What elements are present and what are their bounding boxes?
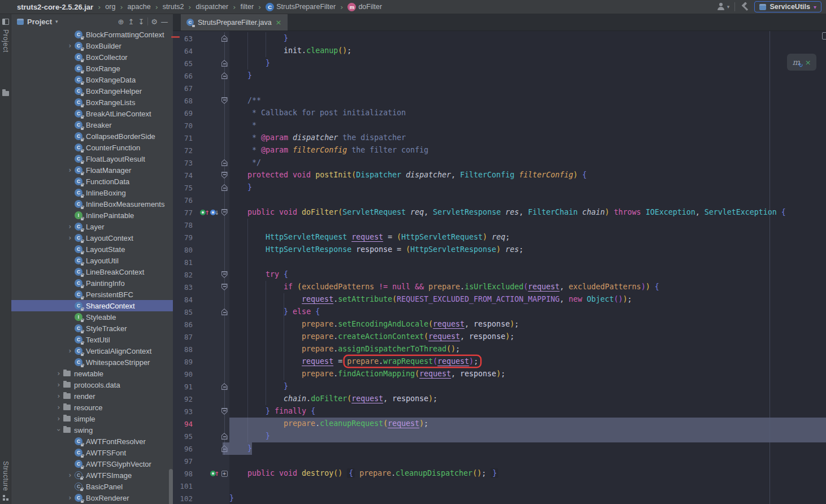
line-number[interactable]: 79	[173, 233, 197, 242]
tree-item-layoutcontext[interactable]: ›CLayoutContext	[11, 232, 173, 244]
code-content[interactable]	[229, 194, 826, 206]
tree-item-inlinepaintable[interactable]: IInlinePaintable	[11, 210, 173, 221]
chevron-right-icon[interactable]: ›	[66, 234, 75, 242]
notification-icon[interactable]	[822, 32, 826, 40]
line-number[interactable]: 68	[173, 97, 197, 105]
tree-item-layoututil[interactable]: CLayoutUtil	[11, 255, 173, 266]
line-number[interactable]: 73	[173, 159, 197, 167]
tree-item-awtfsfont[interactable]: CAWTFSFont	[11, 447, 173, 458]
fold-marker-icon[interactable]	[221, 271, 228, 278]
line-number[interactable]: 90	[173, 370, 197, 379]
code-line-81[interactable]: 81	[173, 256, 826, 268]
tree-item-linebreakcontext[interactable]: CLineBreakContext	[11, 266, 173, 277]
code-line-96[interactable]: 96 }	[173, 442, 826, 455]
close-icon[interactable]: ×	[805, 58, 811, 67]
line-number[interactable]: 88	[173, 345, 197, 354]
code-line-78[interactable]: 78	[173, 219, 826, 231]
line-number[interactable]: 86	[173, 320, 197, 329]
line-number[interactable]: 80	[173, 246, 197, 254]
chevron-right-icon[interactable]: ›	[54, 392, 63, 400]
tree-item-breakatlinecontext[interactable]: CBreakAtLineContext	[11, 108, 173, 119]
line-number[interactable]: 91	[173, 383, 197, 391]
code-content[interactable]: * Callback for post initialization	[229, 107, 826, 119]
tree-item-awtfsglyphvector[interactable]: CAWTFSGlyphVector	[11, 458, 173, 470]
code-line-75[interactable]: 75 }	[173, 181, 826, 194]
line-number[interactable]: 89	[173, 358, 197, 366]
tree-item-newtable[interactable]: ›newtable	[11, 368, 173, 379]
code-line-64[interactable]: 64 init.cleanup();	[173, 45, 826, 57]
fold-marker-icon[interactable]	[221, 284, 228, 290]
project-tool-icon[interactable]	[2, 19, 9, 25]
tree-item-styletracker[interactable]: CStyleTracker	[11, 323, 173, 334]
tree-item-boxrangehelper[interactable]: CBoxRangeHelper	[11, 85, 173, 97]
chevron-down-icon[interactable]: ›	[55, 425, 63, 435]
code-content[interactable]: chain.doFilter(request, response);	[229, 393, 826, 405]
code-line-69[interactable]: 69 * Callback for post initialization	[173, 107, 826, 119]
fold-marker-icon[interactable]	[221, 172, 228, 179]
breadcrumb-item-dispatcher[interactable]: dispatcher	[196, 3, 229, 11]
code-line-82[interactable]: 82 try {	[173, 268, 826, 281]
tree-item-floatmanager[interactable]: ›CFloatManager	[11, 164, 173, 176]
code-line-67[interactable]: 67	[173, 82, 826, 94]
code-line-97[interactable]: 97	[173, 455, 826, 467]
chevron-right-icon[interactable]: ›	[54, 415, 63, 423]
code-content[interactable]	[229, 219, 826, 231]
line-number[interactable]: 70	[173, 121, 197, 130]
code-content[interactable]: public void doFilter(ServletRequest req,…	[229, 206, 826, 219]
tab-strutspreparefilter[interactable]: C StrutsPrepareFilter.java ×	[181, 14, 288, 31]
code-line-73[interactable]: 73 */	[173, 157, 826, 169]
chevron-right-icon[interactable]: ›	[66, 347, 75, 355]
code-content[interactable]: public void destroy() { prepare.cleanupD…	[229, 467, 826, 480]
code-content[interactable]: } else {	[229, 306, 826, 318]
tree-item-resource[interactable]: ›resource	[11, 402, 173, 413]
code-line-89[interactable]: 89 request = prepare.wrapRequest(request…	[173, 355, 826, 368]
code-line-85[interactable]: 85 } else {	[173, 306, 826, 318]
line-number[interactable]: 81	[173, 258, 197, 267]
code-line-101[interactable]: 101	[173, 480, 826, 492]
tree-item-styleable[interactable]: IStyleable	[11, 311, 173, 323]
code-content[interactable]: protected void postInit(Dispatcher dispa…	[229, 169, 826, 181]
editor-hint-widget[interactable]: m↻ ×	[787, 54, 816, 71]
overridden-method-icon[interactable]: ↓	[210, 210, 219, 216]
build-button[interactable]	[740, 2, 749, 11]
tree-item-inlineboxing[interactable]: CInlineBoxing	[11, 187, 173, 198]
tree-item-verticalaligncontext[interactable]: ›CVerticalAlignContext	[11, 345, 173, 357]
code-content[interactable]: }	[229, 492, 826, 504]
tree-item-boxbuilder[interactable]: ›CBoxBuilder	[11, 40, 173, 51]
line-number[interactable]: 63	[173, 34, 197, 43]
tree-scrollbar[interactable]	[169, 469, 173, 504]
tree-item-paintinginfo[interactable]: CPaintingInfo	[11, 277, 173, 289]
overrides-method-icon[interactable]: ↑	[200, 210, 209, 216]
code-line-86[interactable]: 86 prepare.setEncodingAndLocale(request,…	[173, 318, 826, 331]
tree-item-floatlayoutresult[interactable]: CFloatLayoutResult	[11, 153, 173, 164]
line-number[interactable]: 92	[173, 395, 197, 403]
code-content[interactable]	[229, 82, 826, 94]
code-line-98[interactable]: 98↑+ public void destroy() { prepare.cle…	[173, 467, 826, 480]
tree-item-protocols-data[interactable]: ›protocols.data	[11, 379, 173, 390]
line-number[interactable]: 96	[173, 445, 197, 453]
code-line-88[interactable]: 88 prepare.assignDispatcherToThread();	[173, 343, 826, 355]
run-configuration-select[interactable]: ServiceUtils ▾	[754, 1, 821, 12]
expand-fold-icon[interactable]: +	[221, 471, 228, 477]
code-content[interactable]: }	[229, 32, 826, 45]
folder-icon[interactable]	[2, 91, 9, 96]
chevron-right-icon[interactable]: ›	[66, 42, 75, 50]
breadcrumb-item-apache[interactable]: apache	[128, 3, 151, 11]
code-line-66[interactable]: 66 }	[173, 69, 826, 82]
fold-marker-icon[interactable]	[221, 309, 228, 315]
code-line-65[interactable]: 65 }	[173, 57, 826, 69]
code-content[interactable]: }	[229, 57, 826, 69]
line-number[interactable]: 98	[173, 470, 197, 478]
chevron-right-icon[interactable]: ›	[54, 403, 63, 411]
tree-item-collapsedborderside[interactable]: CCollapsedBorderSide	[11, 131, 173, 142]
tree-item-counterfunction[interactable]: CCounterFunction	[11, 142, 173, 153]
line-number[interactable]: 64	[173, 47, 197, 55]
breadcrumb-item-strutspreparefilter[interactable]: CStrutsPrepareFilter	[266, 3, 336, 11]
line-number[interactable]: 97	[173, 457, 197, 466]
code-line-76[interactable]: 76	[173, 194, 826, 206]
code-line-63[interactable]: 63 }	[173, 32, 826, 45]
line-number[interactable]: 84	[173, 296, 197, 304]
line-number[interactable]: 83	[173, 283, 197, 292]
code-content[interactable]	[229, 480, 826, 492]
tree-item-functiondata[interactable]: CFunctionData	[11, 176, 173, 187]
